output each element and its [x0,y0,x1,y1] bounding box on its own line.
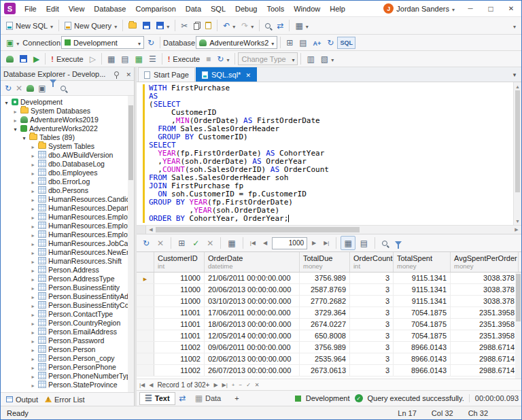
pin-icon[interactable] [114,71,119,76]
layout-rows-button[interactable]: ▥ [304,52,317,66]
text-size-button[interactable] [311,35,324,50]
code-area[interactable]: WITH FirstPurchaseAS(SELECT CustomerID ,… [146,82,513,225]
new-sql-button[interactable]: New SQL [3,18,56,33]
prev-page-button[interactable]: ◀ [260,236,270,250]
editor-horizontal-scrollbar[interactable]: ◀ ▶ [137,225,521,234]
results-grid-button[interactable]: ▦ [133,52,145,66]
splitter-grip[interactable] [137,226,146,234]
tree-expander-icon[interactable] [30,239,36,247]
close-panel-icon[interactable] [126,70,131,78]
save-all-button[interactable] [154,18,172,33]
tree-expander-icon[interactable] [12,124,18,133]
tree-item[interactable]: Person.AddressType [1,274,134,283]
execute-button[interactable]: Execute [48,52,86,66]
tree-item[interactable]: Person.CountryRegion [1,318,134,327]
tree-item[interactable]: Person.Address [1,265,134,274]
scrollbar-thumb[interactable] [515,90,520,192]
table-cell[interactable]: 3038.378 [451,296,519,307]
tree-item[interactable]: Person.StateProvince [1,380,134,389]
column-header[interactable]: TotalSpentmoney [394,252,451,272]
table-cell[interactable]: 3038.378 [451,284,519,295]
menu-item[interactable]: Database [89,1,130,17]
table-cell[interactable]: 11000 [154,296,205,307]
tree-item[interactable]: HumanResources.Departme [1,203,134,212]
tree-item[interactable]: Tables (89) [1,133,134,141]
table-cell[interactable]: 2988.6714 [451,353,519,364]
tree-item[interactable]: Person.ContactType [1,309,134,318]
tree-expander-icon[interactable] [30,266,36,274]
tree-item[interactable]: Person.Person_copy [1,353,134,362]
code-line[interactable]: AS [149,92,513,101]
minimize-button[interactable] [460,1,481,17]
db-save-button[interactable] [17,52,30,66]
tree-item[interactable]: HumanResources.Employeel [1,230,134,239]
refresh-icon[interactable]: ↻ [5,84,12,92]
maximize-button[interactable] [481,1,501,17]
tree-item[interactable]: System Tables [1,141,134,150]
close-tab-icon[interactable] [245,71,251,79]
undo-button[interactable]: ↶ [220,18,238,33]
first-record-icon[interactable]: |◀ [139,382,145,388]
commit-button[interactable]: ✓ [190,236,202,250]
tree-expander-icon[interactable] [21,133,27,141]
row-header[interactable] [137,296,154,307]
table-cell[interactable]: 2770.2682 [300,296,350,307]
db-sync-button[interactable] [3,52,16,66]
grid-view-button[interactable]: ▦ [341,236,355,250]
menu-item[interactable]: View [64,1,90,17]
tree-expander-icon[interactable] [30,257,36,265]
page-size-input[interactable]: 1000 [272,237,307,249]
refresh-connection-button[interactable]: ↻ [145,35,157,50]
table-cell[interactable]: 03/10/2013 00:00:00.000 [205,296,300,307]
table-row[interactable]: 1100202/06/2013 00:00:00.0002535.9643896… [137,353,521,365]
database-select[interactable]: AdventureWorks20... [196,36,277,49]
paste-button[interactable] [203,18,214,33]
filter-results-button[interactable] [392,236,404,250]
tree-item[interactable]: dbo.ErrorLog [1,177,134,186]
tree-expander-icon[interactable] [30,354,36,362]
rollback-button[interactable]: ✕ [204,236,216,250]
table-cell[interactable]: 7054.1875 [394,330,451,341]
table-cell[interactable]: 2674.0227 [300,319,350,330]
column-header[interactable]: OrderDatedatetime [205,252,300,272]
table-row[interactable]: 1100112/05/2014 00:00:00.000650.80083705… [137,330,521,342]
tree-expander-icon[interactable] [30,336,36,345]
table-cell[interactable]: 3756.989 [300,342,350,353]
table-cell[interactable]: 9115.1341 [394,273,451,283]
tree-expander-icon[interactable] [30,169,36,177]
filter-wrap-icon[interactable] [50,84,56,92]
row-header[interactable] [137,353,154,364]
tree-expander-icon[interactable] [30,204,36,212]
table-row[interactable]: 1100021/06/2011 00:00:00.0003756.9893911… [137,273,521,284]
table-cell[interactable]: 2351.3958 [451,319,519,330]
table-cell[interactable]: 11001 [154,330,205,341]
table-cell[interactable]: 11002 [154,365,205,376]
code-line[interactable]: GROUP BY CustomerID) [149,133,513,141]
menu-item[interactable]: Tools [262,1,289,17]
table-cell[interactable]: 3 [350,273,394,283]
outline-button[interactable]: ▤ [296,35,309,50]
tree-item[interactable]: HumanResources.NewEmplc [1,247,134,256]
table-cell[interactable]: 2351.3958 [451,330,519,341]
table-cell[interactable]: 02/06/2013 00:00:00.000 [205,353,300,364]
table-cell[interactable]: 11001 [154,307,205,318]
table-cell[interactable]: 3 [350,365,394,376]
run-button[interactable]: ▶ [31,52,42,66]
table-cell[interactable]: 11000 [154,284,205,295]
table-cell[interactable]: 12/05/2014 00:00:00.000 [205,330,300,341]
column-header[interactable]: CustomerIDint [154,252,205,272]
debug-button[interactable]: ▷ [87,52,99,66]
table-row[interactable]: 1100020/06/2013 00:00:00.0002587.8769391… [137,284,521,296]
change-type-select[interactable]: Change Type [238,52,298,65]
grid-tools-button[interactable]: ▦ [292,18,311,33]
table-cell[interactable]: 9115.1341 [394,296,451,307]
next-record-icon[interactable]: ▶ [213,382,218,388]
tree-expander-icon[interactable] [30,186,36,194]
tree-expander-icon[interactable] [30,363,36,371]
tab-list-dropdown[interactable] [509,68,520,82]
tree-expander-icon[interactable] [30,328,36,336]
table-cell[interactable]: 9115.1341 [394,284,451,295]
table-cell[interactable]: 650.8008 [300,330,350,341]
tree-expander-icon[interactable] [30,230,36,239]
scroll-up-icon[interactable]: ▲ [514,82,522,90]
